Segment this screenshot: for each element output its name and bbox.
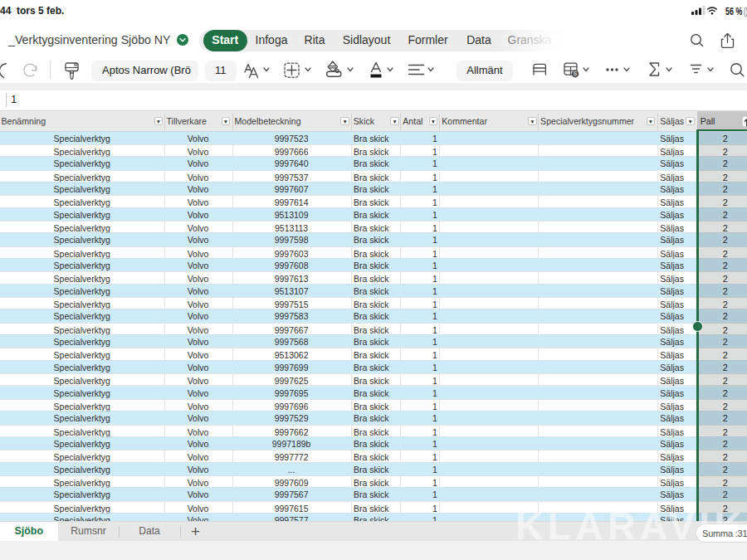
- svg-text:S: S: [574, 71, 578, 76]
